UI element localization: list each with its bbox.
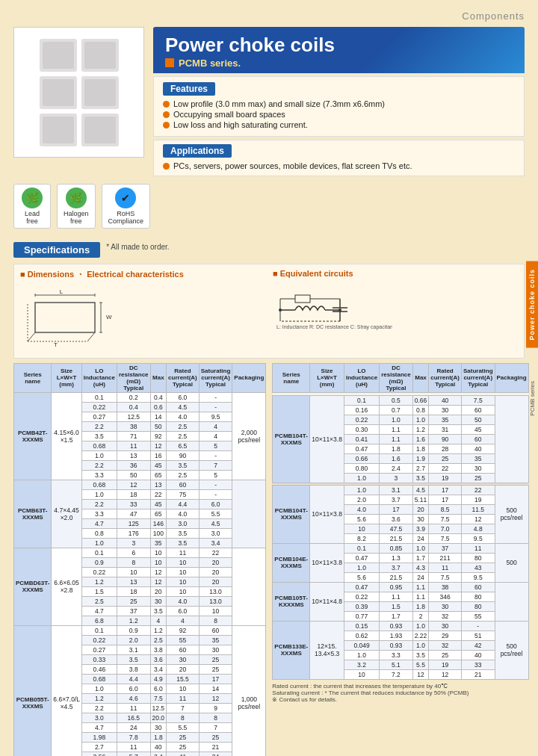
pkg-104t-2: 500 pcs/reel — [495, 485, 528, 543]
rated: 4 — [167, 616, 200, 625]
page: Components Power choke coils PCMB series — [0, 0, 538, 756]
dim-equiv-row: ■ Dimensions ・ Electrical characteristic… — [13, 264, 525, 359]
rated: 10 — [167, 577, 200, 586]
size-pcmb055t: 6.6×7.0/L ×4.5 — [52, 625, 81, 756]
sat: 6.0 — [199, 499, 232, 509]
lo-val: 2.2 — [81, 421, 117, 431]
col-dc-typ-r: DC resistance (mΩ) Typical — [380, 363, 413, 392]
badge-halogen-free: 🌿 Halogen free — [57, 184, 96, 229]
sat: 5 — [199, 441, 232, 450]
series-pcmb133e: PCMB133E-XXXMS — [273, 621, 310, 679]
dc-max: 14 — [150, 412, 167, 421]
dc-typ: 33 — [117, 499, 150, 509]
dc-max: 13 — [150, 480, 167, 489]
dc-max: 50 — [150, 421, 167, 431]
equivalent-circuit-diagram: L: Inductance R: DC resistance C: Stray … — [273, 284, 392, 336]
lo-val: 2.2 — [81, 460, 117, 470]
dc-max: 0.6 — [150, 402, 167, 412]
feature-text-3: Low loss and high saturating current. — [173, 120, 308, 129]
dc-typ: 1.2 — [117, 616, 150, 625]
dc-max: 12 — [150, 441, 167, 450]
svg-point-27 — [338, 309, 341, 312]
rating-note-1: Rated current : the current that increas… — [272, 683, 528, 690]
header-section: Power choke coils PCMB series. Features … — [13, 27, 525, 176]
lo-val: 1.2 — [81, 577, 117, 586]
equivalent-circuits-box: ■ Equivalent circuits — [273, 269, 518, 353]
col-pkg-r: Packaging — [495, 363, 528, 392]
size-pcmb133e: 12×15. 13.4×5.3 — [310, 621, 344, 679]
sat: 20 — [199, 577, 232, 586]
sat: 10 — [199, 606, 232, 616]
pkg: 1,000 pcs/reel — [232, 625, 266, 756]
lo-val: 0.22 — [81, 402, 117, 412]
features-box: Features Low profile (3.0 mm max) and sm… — [153, 76, 525, 137]
coil-image-2 — [81, 39, 119, 72]
sat: 3.0 — [199, 528, 232, 538]
dc-max: 3.5 — [150, 606, 167, 616]
col-lo-r: LO Inductance (uH) — [344, 363, 379, 392]
product-image-box — [13, 27, 144, 158]
col-size: Size L×W×T (mm) — [52, 363, 81, 392]
coil-image-5 — [40, 114, 77, 146]
dc-max: 12 — [150, 567, 167, 577]
series-pcmb104t-2: PCMB104T-XXXMS — [273, 485, 310, 543]
side-label-series: PCMB series — [527, 374, 538, 424]
product-series: PCMB series. — [179, 58, 241, 69]
sat: - — [199, 402, 232, 412]
orange-square-icon — [165, 58, 174, 67]
header-right: Power choke coils PCMB series. Features … — [153, 27, 525, 176]
rating-note-2: Saturating current : * The current that … — [272, 690, 528, 696]
right-data-table: Series name Size L×W×T (mm) LO Inductanc… — [272, 363, 528, 756]
lo-val: 1.5 — [81, 586, 117, 596]
series-pcmb055t: PCMB055T-XXXMS — [14, 625, 52, 756]
badge-halogen-label: Halogen — [64, 210, 89, 217]
sat: 13.0 — [199, 596, 232, 606]
dc-typ: 125 — [117, 518, 150, 528]
rated: 4.4 — [167, 499, 200, 509]
coil-image-3 — [40, 76, 77, 109]
rated: 6.0 — [167, 392, 200, 402]
dc-typ: 10 — [117, 567, 150, 577]
rated: 92 — [167, 625, 200, 635]
dc-typ: 18 — [117, 489, 150, 499]
badges-row: 🌿 Lead free 🌿 Halogen free ✔ RoHS Compli… — [13, 184, 525, 229]
lo-val: 0.22 — [81, 567, 117, 577]
dc-max: 22 — [150, 489, 167, 499]
left-specs-table: Series name Size L×W×T (mm) LO Inductanc… — [13, 363, 266, 756]
lo-val: 1.0 — [81, 538, 117, 548]
rated: 4.5 — [167, 402, 200, 412]
dimensions-box: ■ Dimensions ・ Electrical characteristic… — [20, 269, 265, 353]
lo-val: 0.1 — [81, 625, 117, 635]
rated: 3.5 — [167, 460, 200, 470]
rating-note-3: ※ Contact us for details. — [272, 696, 528, 703]
series-pcmb42t: PCMB42T-XXXMS — [14, 392, 52, 480]
pkg-105t — [495, 582, 528, 621]
applications-item: PCs, servers, power sources, mobile devi… — [163, 161, 515, 170]
rated: 2.5 — [167, 431, 200, 441]
right-specs-table: Series name Size L×W×T (mm) LO Inductanc… — [272, 363, 528, 680]
col-size-r: Size L×W×T (mm) — [310, 363, 344, 392]
svg-text:L: L — [60, 288, 64, 295]
rated: 4.0 — [167, 509, 200, 518]
bullet-icon-3 — [163, 122, 170, 128]
dc-typ: 13 — [117, 450, 150, 460]
product-title-bar: Power choke coils PCMB series. — [153, 27, 525, 73]
sat: 13.0 — [199, 586, 232, 596]
series-pcmb104e: PCMB104E-XXXMS — [273, 543, 310, 582]
svg-point-26 — [279, 309, 282, 312]
dc-max: 1.2 — [150, 625, 167, 635]
col-pkg: Packaging — [232, 363, 266, 392]
rated: 60 — [167, 480, 200, 489]
dc-typ: 71 — [117, 431, 150, 441]
lo-val: 2.2 — [81, 499, 117, 509]
rated: 3.5 — [167, 538, 200, 548]
dc-typ: 47 — [117, 509, 150, 518]
dc-max: 65 — [150, 509, 167, 518]
dc-typ: 12.5 — [117, 412, 150, 421]
lo-val: 3.5 — [81, 431, 117, 441]
sat: 3.4 — [199, 538, 232, 548]
feature-item-3: Low loss and high saturating current. — [163, 120, 515, 129]
size-pcmb42t: 4.15×6.0 ×1.5 — [52, 392, 81, 480]
sat: - — [199, 392, 232, 402]
col-dc-max-r: Max — [412, 363, 429, 392]
